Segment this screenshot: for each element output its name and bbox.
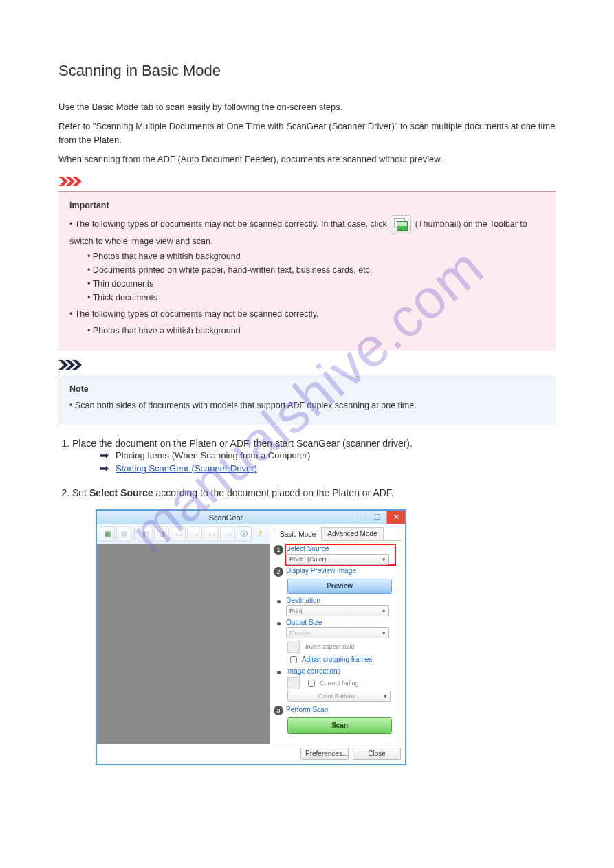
important-chevrons-icon	[58, 177, 556, 188]
important-box: Important The following types of documen…	[58, 191, 556, 350]
toolbar-btn-7[interactable]: ▭	[204, 526, 219, 542]
minimize-button[interactable]: ─	[349, 511, 368, 524]
step-bubble-3: 3	[274, 706, 283, 715]
correct-fading-icon	[287, 677, 300, 689]
scangear-left-pane: ▦ ▤ ◧ ◨ ▭ ▭ ▭ ▭ ⓘ ?	[97, 524, 270, 744]
label-perform-scan: Perform Scan	[286, 706, 328, 713]
dot-icon	[277, 600, 281, 603]
important-list: The following types of documents may not…	[69, 215, 545, 321]
step-1: Place the document on the Platen or ADF,…	[72, 438, 556, 475]
step-1-link-2[interactable]: Starting ScanGear (Scanner Driver)	[116, 463, 257, 474]
step-1-link-1: Placing Items (When Scanning from a Comp…	[116, 450, 310, 460]
toolbar-btn-2[interactable]: ▤	[116, 526, 131, 542]
scangear-preview-area[interactable]	[97, 544, 270, 744]
toolbar-separator	[134, 528, 135, 540]
steps-list: Place the document on the Platen or ADF,…	[72, 438, 556, 765]
info-icon[interactable]: ⓘ	[237, 526, 252, 542]
label-image-corrections: Image corrections	[286, 667, 340, 675]
important-bullet-2: The following types of documents may not…	[69, 307, 545, 321]
label-select-source: Select Source	[286, 545, 389, 553]
close-button[interactable]: ✕	[386, 511, 405, 524]
thumbnail-toolbar-icon[interactable]: ▦	[100, 526, 115, 542]
scangear-window: ScanGear ─ ☐ ✕ ▦ ▤ ◧ ◨	[96, 509, 406, 765]
toolbar-btn-4[interactable]: ◨	[154, 526, 169, 542]
intro-para-3: When scanning from the ADF (Auto Documen…	[58, 153, 556, 166]
intro-para-1: Use the Basic Mode tab to scan easily by…	[58, 100, 556, 114]
thumbnail-icon	[391, 215, 411, 234]
step-bubble-1: 1	[274, 545, 283, 555]
page-heading: Scanning in Basic Mode	[58, 62, 556, 80]
adjust-cropping-label[interactable]: Adjust cropping frames	[302, 656, 372, 663]
note-bullet: Scan both sides of documents with models…	[69, 399, 545, 412]
scangear-toolbar: ▦ ▤ ◧ ◨ ▭ ▭ ▭ ▭ ⓘ ?	[97, 524, 270, 544]
step-1-link-1-row: ➡ Placing Items (When Scanning from a Co…	[100, 449, 556, 462]
page-content: Scanning in Basic Mode Use the Basic Mod…	[0, 0, 614, 802]
step-2-label: Set Select Source according to the docum…	[72, 487, 394, 498]
invert-aspect-row: Invert aspect ratio	[287, 641, 401, 653]
toolbar-btn-8[interactable]: ▭	[220, 526, 235, 542]
correct-fading-label: Correct fading	[320, 680, 359, 687]
scangear-titlebar: ScanGear ─ ☐ ✕	[97, 511, 405, 524]
toolbar-btn-3[interactable]: ◧	[138, 526, 153, 542]
step-1-label: Place the document on the Platen or ADF,…	[72, 438, 413, 449]
right-arrow-icon: ➡	[100, 462, 109, 475]
label-destination: Destination	[286, 597, 389, 604]
important-sub-b1: Photos that have a whitish background	[87, 324, 545, 337]
destination-dropdown[interactable]: Print	[286, 605, 389, 616]
step-bubble-2: 2	[274, 567, 283, 577]
important-sub-a1: Photos that have a whitish background	[87, 249, 545, 263]
toolbar-btn-6[interactable]: ▭	[187, 526, 202, 542]
important-sublist-b: Photos that have a whitish background	[87, 324, 545, 337]
toolbar-btn-5[interactable]: ▭	[171, 526, 186, 542]
tab-advanced-mode[interactable]: Advanced Mode	[321, 527, 383, 540]
right-arrow-icon: ➡	[100, 449, 109, 462]
dot-icon	[277, 671, 281, 674]
important-sub-a3: Thin documents	[87, 277, 545, 291]
help-icon[interactable]: ?	[253, 527, 267, 541]
step-2: Set Select Source according to the docum…	[72, 487, 556, 765]
close-button-footer[interactable]: Close	[353, 748, 401, 760]
intro-para-2: Refer to "Scanning Multiple Documents at…	[58, 120, 556, 147]
correct-fading-row: Correct fading	[287, 677, 401, 689]
scangear-right-pane: Basic Mode Advanced Mode 1 Select Source…	[270, 524, 405, 744]
preferences-button[interactable]: Preferences...	[300, 748, 349, 760]
scangear-title-text: ScanGear	[102, 513, 349, 522]
window-buttons: ─ ☐ ✕	[349, 511, 405, 524]
important-bullet-1: The following types of documents may not…	[69, 215, 545, 304]
step-1-link-2-row: ➡ Starting ScanGear (Scanner Driver)	[100, 462, 556, 475]
output-size-dropdown[interactable]: Flexible	[286, 627, 389, 638]
maximize-button[interactable]: ☐	[368, 511, 386, 524]
preview-button[interactable]: Preview	[287, 579, 392, 594]
scan-button[interactable]: Scan	[287, 717, 392, 734]
label-display-preview: Display Preview Image	[286, 567, 356, 575]
color-pattern-button[interactable]: Color Pattern...	[287, 691, 391, 702]
scangear-footer: Preferences... Close	[97, 744, 405, 764]
label-output-size: Output Size	[286, 619, 389, 626]
correct-fading-checkbox[interactable]	[308, 680, 315, 687]
invert-icon[interactable]	[287, 641, 300, 653]
note-title: Note	[69, 382, 545, 396]
scangear-tabs: Basic Mode Advanced Mode	[274, 527, 401, 541]
adjust-cropping-checkbox[interactable]	[290, 656, 297, 663]
important-title: Important	[69, 199, 545, 212]
important-sub-a2: Documents printed on white paper, hand-w…	[87, 263, 545, 277]
note-chevrons-icon	[58, 360, 556, 372]
select-source-dropdown[interactable]: Photo (Color)	[286, 554, 389, 565]
note-box: Note Scan both sides of documents with m…	[58, 375, 556, 425]
invert-aspect-label: Invert aspect ratio	[305, 643, 355, 650]
important-sublist-a: Photos that have a whitish background Do…	[87, 249, 545, 304]
important-sub-a4: Thick documents	[87, 291, 545, 304]
dot-icon	[277, 622, 281, 625]
adjust-cropping-row: Adjust cropping frames	[287, 654, 401, 665]
tab-basic-mode[interactable]: Basic Mode	[274, 528, 322, 541]
note-list: Scan both sides of documents with models…	[69, 399, 545, 412]
